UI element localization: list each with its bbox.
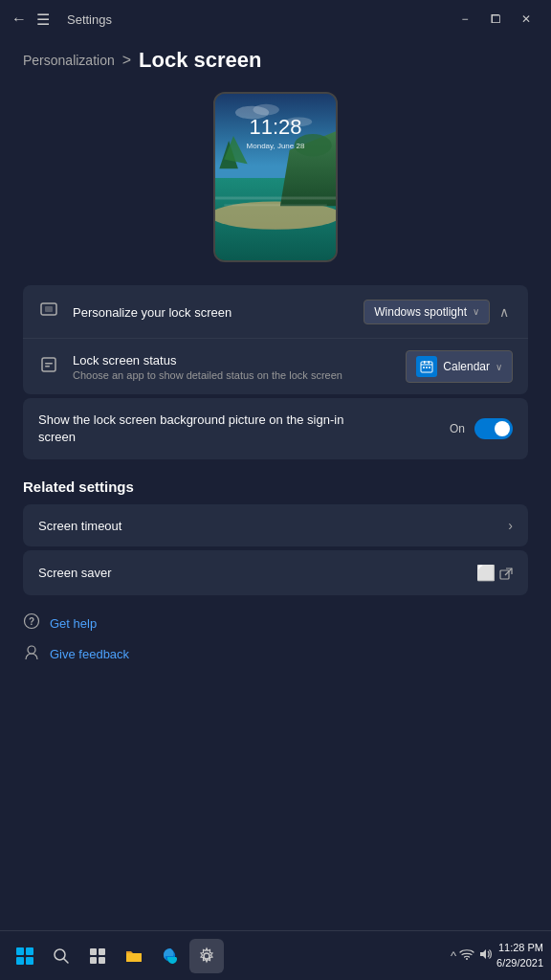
svg-rect-8 [224,204,327,206]
background-picture-row: Show the lock screen background picture … [23,398,528,459]
status-label: Lock screen status [73,353,394,368]
get-help-link[interactable]: ? Get help [23,612,528,634]
maximize-button[interactable]: ⧠ [482,6,509,33]
calendar-dropdown[interactable]: Calendar ∨ [406,350,513,383]
toggle-container: On [450,418,513,439]
app-title: Settings [67,12,112,27]
svg-rect-31 [90,948,97,955]
toggle-thumb [495,421,510,436]
lock-screen-preview-container: 11:28 Monday, June 28 [23,92,528,262]
start-button[interactable] [8,939,42,973]
screen-timeout-arrow-icon: › [508,518,513,533]
svg-point-37 [466,958,468,960]
svg-rect-21 [423,367,425,368]
svg-rect-22 [426,367,428,368]
svg-rect-19 [424,361,426,364]
status-row: Lock screen status Choose an app to show… [23,339,528,394]
title-bar: ← ☰ Settings − ⧠ ✕ [0,0,551,38]
spotlight-value: Windows spotlight [374,305,467,319]
sys-icons: ^ [451,947,493,965]
calendar-chevron-icon: ∨ [496,362,502,372]
search-taskbar-button[interactable] [44,939,78,973]
toggle-on-label: On [450,422,465,435]
page-title: Lock screen [139,48,261,73]
feedback-label: Give feedback [50,647,129,661]
edge-button[interactable] [153,939,187,973]
screen-saver-label: Screen saver [38,566,112,580]
minimize-button[interactable]: − [452,6,478,33]
svg-rect-14 [42,358,55,371]
background-toggle[interactable] [474,418,513,439]
volume-icon[interactable] [477,947,493,965]
screen-timeout-label: Screen timeout [38,519,121,533]
svg-rect-24 [500,570,509,579]
hamburger-icon[interactable]: ☰ [36,11,50,29]
status-icon [38,355,59,379]
help-links: ? Get help Give feedback [23,612,528,664]
file-explorer-button[interactable] [117,939,151,973]
calendar-value: Calendar [443,360,490,373]
svg-rect-35 [126,953,142,962]
svg-rect-20 [429,361,430,364]
personalize-section: Personalize your lock screen Windows spo… [23,285,528,394]
related-settings: Related settings Screen timeout › Screen… [23,479,528,595]
breadcrumb-separator: > [122,52,131,69]
back-icon[interactable]: ← [11,11,27,28]
taskbar-clock[interactable]: 11:28 PM 6/29/2021 [496,941,543,970]
screen-saver-external-icon: ⬜ [476,564,513,582]
preview-date: Monday, June 28 [247,142,305,150]
close-button[interactable]: ✕ [513,6,540,33]
windows-logo-icon [16,947,33,965]
status-sublabel: Choose an app to show detailed status on… [73,369,394,381]
task-view-button[interactable] [80,939,115,973]
svg-rect-16 [45,366,50,368]
svg-rect-33 [90,957,97,964]
feedback-link[interactable]: Give feedback [23,643,528,664]
title-bar-controls: ← ☰ Settings [11,11,452,29]
lock-screen-preview: 11:28 Monday, June 28 [213,92,338,262]
svg-rect-7 [215,197,336,200]
main-content: Personalization > Lock screen [0,38,551,930]
clock-time: 11:28 PM [496,941,543,955]
personalize-row-label: Personalize your lock screen [73,305,231,320]
svg-rect-13 [45,306,53,312]
svg-text:?: ? [29,616,34,627]
svg-point-36 [204,953,209,959]
chevron-up-tray-icon[interactable]: ^ [451,948,456,963]
svg-line-30 [64,958,69,963]
breadcrumb-parent[interactable]: Personalization [23,53,115,68]
screen-saver-item[interactable]: Screen saver ⬜ [23,550,528,595]
background-label: Show the lock screen background picture … [38,412,344,446]
personalize-controls: Windows spotlight ∨ ∧ [364,300,513,324]
settings-taskbar-button[interactable] [189,939,224,973]
screen-timeout-item[interactable]: Screen timeout › [23,504,528,546]
feedback-icon [23,643,40,664]
get-help-label: Get help [50,616,97,631]
svg-rect-15 [45,363,53,365]
svg-rect-23 [429,367,430,368]
status-text: Lock screen status Choose an app to show… [73,353,394,381]
svg-rect-32 [99,948,105,955]
system-tray: ^ 11:28 PM 6/29/2021 [451,941,543,970]
personalize-label: Personalize your lock screen [73,303,352,321]
dropdown-chevron-icon: ∨ [473,306,479,317]
get-help-icon: ? [23,612,40,634]
expand-button[interactable]: ∧ [496,301,513,323]
clock-date: 6/29/2021 [496,956,543,970]
personalize-row: Personalize your lock screen Windows spo… [23,285,528,339]
preview-clock: 11:28 [249,115,301,140]
status-controls: Calendar ∨ [406,350,513,383]
personalize-icon [38,300,59,323]
svg-point-10 [253,104,279,116]
breadcrumb: Personalization > Lock screen [23,48,528,73]
spotlight-dropdown[interactable]: Windows spotlight ∨ [364,300,490,324]
taskbar: ^ 11:28 PM 6/29/2021 [0,930,551,980]
taskbar-left [8,939,224,973]
window-controls: − ⧠ ✕ [452,6,540,33]
related-settings-title: Related settings [23,479,528,495]
svg-rect-34 [99,957,105,964]
calendar-icon [416,356,437,377]
svg-point-28 [28,646,35,654]
network-icon[interactable] [459,947,474,965]
